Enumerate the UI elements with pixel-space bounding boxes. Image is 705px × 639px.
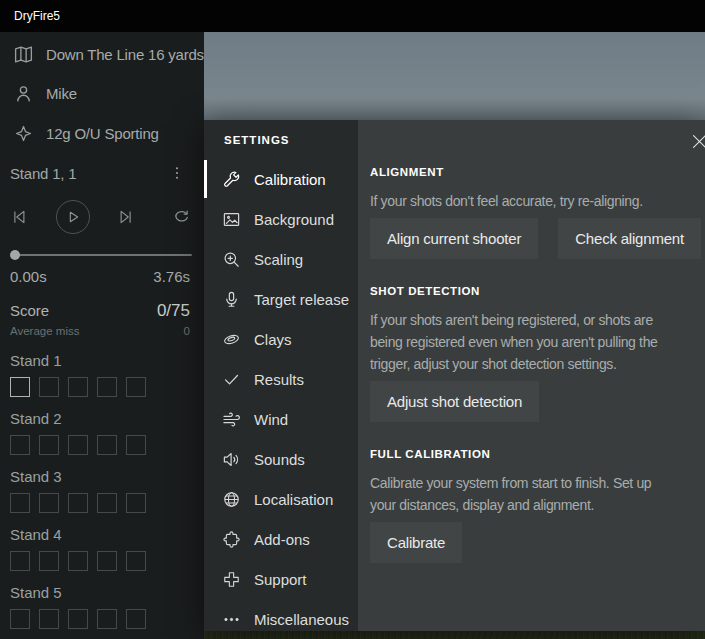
menu-item-label: Add-ons [254,531,310,548]
target-slot-box[interactable] [68,377,88,397]
menu-item-wind[interactable]: Wind [204,399,358,439]
target-slot-box[interactable] [39,377,59,397]
menu-item-calibration[interactable]: Calibration [204,159,358,199]
target-slot-box[interactable] [97,435,117,455]
target-slot-box[interactable] [10,493,30,513]
menu-item-support[interactable]: Support [204,559,358,599]
adjust-shot-detection-button[interactable]: Adjust shot detection [370,381,539,422]
target-slot-box[interactable] [10,609,30,629]
close-icon [690,132,705,151]
menu-item-label: Results [254,371,304,388]
target-slot-box[interactable] [68,435,88,455]
target-slot-box[interactable] [97,377,117,397]
target-slot-box[interactable] [39,435,59,455]
menu-item-miscellaneous[interactable]: Miscellaneous [204,599,358,639]
person-icon [13,83,34,104]
stand-label: Stand 3 [10,468,196,488]
target-slot-box[interactable] [126,551,146,571]
target-slot-box[interactable] [97,609,117,629]
app-title: DryFire5 [14,9,60,23]
shooter-label: Mike [46,85,77,102]
shot-detection-buttons: Adjust shot detection [370,381,701,422]
menu-item-add-ons[interactable]: Add-ons [204,519,358,559]
target-slot-box[interactable] [39,551,59,571]
body-line: being registered even when you aren't pu… [370,331,701,353]
body-line: your distances, display and alignment. [370,494,701,516]
menu-item-label: Support [254,571,307,588]
target-slot-box[interactable] [39,493,59,513]
full-calibration-heading: FULL CALIBRATION [370,448,701,460]
menu-item-background[interactable]: Background [204,199,358,239]
shot-detection-heading: SHOT DETECTION [370,285,701,297]
average-miss-label: Average miss [10,325,79,337]
check-icon [222,370,241,389]
menu-item-label: Sounds [254,451,305,468]
alignment-buttons: Align current shooter Check alignment [370,218,701,259]
alignment-description: If your shots don't feel accurate, try r… [370,190,701,212]
kebab-menu-icon[interactable] [166,162,188,184]
menu-item-target-release[interactable]: Target release [204,279,358,319]
calibrate-button[interactable]: Calibrate [370,522,462,563]
menu-item-results[interactable]: Results [204,359,358,399]
menu-item-label: Calibration [254,171,326,188]
stand-target-boxes [10,435,196,455]
menu-item-label: Miscellaneous [254,611,349,628]
stand-label: Stand 2 [10,410,196,430]
score-row: Score 0/75 [10,301,190,321]
average-miss-value: 0 [184,325,190,337]
skip-start-icon [10,208,28,226]
full-calibration-description: Calibrate your system from start to fini… [370,472,701,516]
menu-item-sounds[interactable]: Sounds [204,439,358,479]
discipline-label: Down The Line 16 yards [46,46,204,63]
menu-item-clays[interactable]: Clays [204,319,358,359]
skip-start-button[interactable] [9,207,29,227]
target-slot-box[interactable] [126,377,146,397]
stand-label: Stand 4 [10,526,196,546]
sidebar-item-discipline[interactable]: Down The Line 16 yards [13,42,196,66]
menu-item-label: Background [254,211,334,228]
target-slot-box[interactable] [126,435,146,455]
puzzle-icon [222,530,241,549]
close-button[interactable] [689,130,705,152]
target-slot-box[interactable] [68,609,88,629]
stand-block: Stand 1 [10,352,196,397]
target-slot-box[interactable] [68,551,88,571]
menu-item-scaling[interactable]: Scaling [204,239,358,279]
wrench-icon [222,170,241,189]
playback-slider-track[interactable] [14,254,192,256]
stand-block: Stand 3 [10,468,196,513]
align-current-shooter-button[interactable]: Align current shooter [370,218,538,259]
repeat-button[interactable] [169,206,193,228]
menu-item-label: Clays [254,331,292,348]
check-alignment-button[interactable]: Check alignment [558,218,701,259]
sidebar-item-gun[interactable]: 12g O/U Sporting [13,121,196,145]
skip-end-icon [117,208,135,226]
settings-menu: SETTINGS Calibration Background [204,120,358,631]
target-slot-box[interactable] [68,493,88,513]
target-slot-box[interactable] [126,609,146,629]
playback-time-row: 0.00s 3.76s [10,268,190,285]
playback-slider-thumb[interactable] [10,250,20,260]
current-stand-row: Stand 1, 1 [10,161,196,185]
target-slot-box[interactable] [10,435,30,455]
menu-item-localisation[interactable]: Localisation [204,479,358,519]
target-slot-box[interactable] [97,493,117,513]
stand-block: Stand 5 [10,584,196,629]
average-miss-row: Average miss 0 [10,325,190,337]
play-button[interactable] [56,200,90,234]
menu-item-label: Localisation [254,491,333,508]
target-slot-box[interactable] [10,377,30,397]
target-slot-box[interactable] [97,551,117,571]
gun-label: 12g O/U Sporting [46,125,159,142]
menu-item-label: Scaling [254,251,303,268]
target-slot-box[interactable] [126,493,146,513]
session-sidebar: Down The Line 16 yards Mike 12g O/U Spor… [0,32,204,639]
calibration-settings-panel: ALIGNMENT If your shots don't feel accur… [358,120,705,631]
stand-block: Stand 4 [10,526,196,571]
sidebar-item-shooter[interactable]: Mike [13,81,196,105]
target-slot-box[interactable] [10,551,30,571]
target-slot-box[interactable] [39,609,59,629]
map-icon [13,44,34,65]
skip-end-button[interactable] [116,207,136,227]
settings-menu-list: Calibration Background Scaling [204,159,358,639]
